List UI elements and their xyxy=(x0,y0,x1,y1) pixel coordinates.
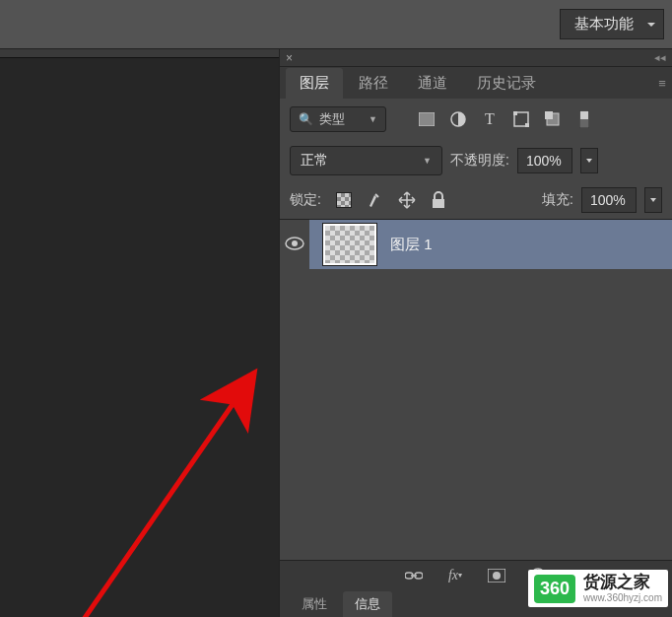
lock-all-icon[interactable] xyxy=(428,189,449,211)
opacity-label: 不透明度: xyxy=(450,152,509,170)
tab-properties[interactable]: 属性 xyxy=(290,591,339,617)
filter-toggle-icon[interactable] xyxy=(575,110,593,128)
layers-panel: × ◂◂ 图层 路径 通道 历史记录 ≡ 🔍 类型 ▼ T 正常 ▼ 不透明度: xyxy=(279,49,672,617)
svg-rect-9 xyxy=(580,111,588,119)
svg-line-0 xyxy=(69,384,246,617)
chevron-down-icon: ▼ xyxy=(369,114,377,124)
svg-point-17 xyxy=(493,572,501,580)
filter-shape-icon[interactable] xyxy=(512,110,530,128)
fill-input[interactable] xyxy=(581,187,637,213)
layer-name-label[interactable]: 图层 1 xyxy=(390,236,433,254)
filter-type-select[interactable]: 🔍 类型 ▼ xyxy=(290,106,386,132)
panel-menu-icon[interactable]: ≡ xyxy=(652,67,672,99)
layer-thumbnail[interactable] xyxy=(323,224,376,265)
watermark-title: 货源之家 xyxy=(583,574,662,592)
filter-pixel-icon[interactable] xyxy=(418,110,436,128)
lock-label: 锁定: xyxy=(290,191,321,209)
collapse-icon[interactable]: ◂◂ xyxy=(654,51,666,64)
tab-history[interactable]: 历史记录 xyxy=(463,68,550,99)
blend-mode-label: 正常 xyxy=(301,152,328,170)
tab-channels[interactable]: 通道 xyxy=(404,68,461,99)
svg-rect-5 xyxy=(525,123,529,127)
watermark-url: www.360hyzj.com xyxy=(583,592,662,603)
visibility-eye-icon[interactable] xyxy=(285,237,304,253)
workspace-label: 基本功能 xyxy=(574,15,634,32)
layers-list: 图层 1 xyxy=(280,219,672,554)
link-layers-icon[interactable] xyxy=(404,566,424,585)
workspace-selector[interactable]: 基本功能 xyxy=(560,9,664,39)
blend-mode-select[interactable]: 正常 ▼ xyxy=(290,146,442,175)
svg-rect-7 xyxy=(545,111,553,119)
fill-dropdown-button[interactable] xyxy=(644,187,662,213)
filter-text-icon[interactable]: T xyxy=(481,110,499,128)
lock-position-icon[interactable] xyxy=(396,189,418,211)
tab-paths[interactable]: 路径 xyxy=(345,68,402,99)
opacity-dropdown-button[interactable] xyxy=(580,148,598,173)
watermark: 360 货源之家 www.360hyzj.com xyxy=(528,570,668,607)
tab-info[interactable]: 信息 xyxy=(343,591,392,617)
svg-rect-1 xyxy=(419,112,435,126)
close-icon[interactable]: × xyxy=(286,51,293,65)
chevron-down-icon: ▼ xyxy=(423,156,432,166)
filter-type-label: 类型 xyxy=(319,110,345,128)
layers-empty-area[interactable] xyxy=(280,269,672,555)
filter-adjustment-icon[interactable] xyxy=(449,110,467,128)
tab-layers[interactable]: 图层 xyxy=(286,68,343,99)
svg-rect-10 xyxy=(433,199,444,208)
annotation-arrow xyxy=(49,365,266,617)
layer-effects-icon[interactable]: fx▾ xyxy=(445,566,465,585)
watermark-badge: 360 xyxy=(534,575,575,603)
fill-label: 填充: xyxy=(542,191,573,209)
layer-row[interactable]: 图层 1 xyxy=(280,220,672,269)
layer-mask-icon[interactable] xyxy=(487,566,506,585)
lock-transparency-icon[interactable] xyxy=(333,189,355,211)
search-icon: 🔍 xyxy=(299,112,313,126)
svg-point-12 xyxy=(292,240,298,246)
lock-pixels-icon[interactable] xyxy=(365,189,386,211)
opacity-input[interactable] xyxy=(517,148,572,173)
svg-rect-4 xyxy=(513,111,517,115)
filter-smartobject-icon[interactable] xyxy=(544,110,562,128)
